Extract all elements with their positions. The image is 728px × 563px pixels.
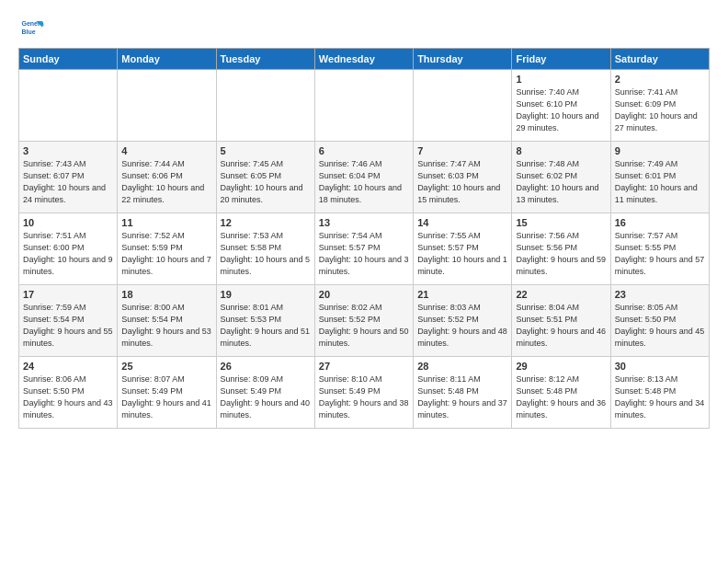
day-number: 15 <box>516 217 606 228</box>
day-number: 12 <box>221 217 311 228</box>
day-info: Sunrise: 8:12 AM Sunset: 5:48 PM Dayligh… <box>516 373 606 421</box>
day-number: 10 <box>23 217 113 228</box>
calendar-cell: 2Sunrise: 7:41 AM Sunset: 6:09 PM Daylig… <box>610 70 709 142</box>
day-info: Sunrise: 7:46 AM Sunset: 6:04 PM Dayligh… <box>319 158 409 206</box>
weekday-header-sunday: Sunday <box>19 49 118 70</box>
calendar-cell <box>118 70 216 142</box>
day-number: 5 <box>221 145 311 156</box>
weekday-header-saturday: Saturday <box>610 49 709 70</box>
day-info: Sunrise: 8:03 AM Sunset: 5:52 PM Dayligh… <box>417 302 507 350</box>
logo-icon: General Blue <box>18 15 44 40</box>
day-number: 9 <box>615 145 705 156</box>
day-number: 20 <box>319 289 409 300</box>
day-info: Sunrise: 7:56 AM Sunset: 5:56 PM Dayligh… <box>516 230 606 278</box>
day-info: Sunrise: 7:52 AM Sunset: 5:59 PM Dayligh… <box>121 230 211 278</box>
weekday-header-row: SundayMondayTuesdayWednesdayThursdayFrid… <box>19 49 710 70</box>
calendar-cell: 20Sunrise: 8:02 AM Sunset: 5:52 PM Dayli… <box>314 285 413 357</box>
calendar-table: SundayMondayTuesdayWednesdayThursdayFrid… <box>18 48 710 429</box>
day-number: 25 <box>121 361 211 372</box>
day-number: 27 <box>319 361 409 372</box>
calendar-cell: 3Sunrise: 7:43 AM Sunset: 6:07 PM Daylig… <box>19 142 118 213</box>
calendar-week-2: 3Sunrise: 7:43 AM Sunset: 6:07 PM Daylig… <box>19 142 710 213</box>
calendar-cell: 15Sunrise: 7:56 AM Sunset: 5:56 PM Dayli… <box>512 213 610 285</box>
day-number: 14 <box>417 217 507 228</box>
calendar-week-1: 1Sunrise: 7:40 AM Sunset: 6:10 PM Daylig… <box>19 70 710 142</box>
weekday-header-wednesday: Wednesday <box>314 49 413 70</box>
calendar-cell: 16Sunrise: 7:57 AM Sunset: 5:55 PM Dayli… <box>610 213 709 285</box>
page-header: General Blue <box>18 15 710 40</box>
calendar-cell: 6Sunrise: 7:46 AM Sunset: 6:04 PM Daylig… <box>314 142 413 213</box>
day-info: Sunrise: 8:07 AM Sunset: 5:49 PM Dayligh… <box>121 373 211 421</box>
day-number: 30 <box>615 361 705 372</box>
calendar-cell: 22Sunrise: 8:04 AM Sunset: 5:51 PM Dayli… <box>512 285 610 357</box>
weekday-header-monday: Monday <box>118 49 216 70</box>
calendar-cell: 1Sunrise: 7:40 AM Sunset: 6:10 PM Daylig… <box>512 70 610 142</box>
calendar-cell: 21Sunrise: 8:03 AM Sunset: 5:52 PM Dayli… <box>414 285 512 357</box>
calendar-cell: 24Sunrise: 8:06 AM Sunset: 5:50 PM Dayli… <box>19 357 118 429</box>
day-number: 29 <box>516 361 606 372</box>
day-info: Sunrise: 7:43 AM Sunset: 6:07 PM Dayligh… <box>23 158 113 206</box>
calendar-cell: 19Sunrise: 8:01 AM Sunset: 5:53 PM Dayli… <box>216 285 314 357</box>
day-number: 17 <box>23 289 113 300</box>
calendar-cell: 5Sunrise: 7:45 AM Sunset: 6:05 PM Daylig… <box>216 142 314 213</box>
day-info: Sunrise: 7:47 AM Sunset: 6:03 PM Dayligh… <box>417 158 507 206</box>
day-info: Sunrise: 7:41 AM Sunset: 6:09 PM Dayligh… <box>615 86 705 134</box>
day-info: Sunrise: 8:01 AM Sunset: 5:53 PM Dayligh… <box>221 302 311 350</box>
day-info: Sunrise: 8:13 AM Sunset: 5:48 PM Dayligh… <box>615 373 705 421</box>
calendar-cell: 4Sunrise: 7:44 AM Sunset: 6:06 PM Daylig… <box>118 142 216 213</box>
day-info: Sunrise: 7:44 AM Sunset: 6:06 PM Dayligh… <box>121 158 211 206</box>
calendar-cell: 11Sunrise: 7:52 AM Sunset: 5:59 PM Dayli… <box>118 213 216 285</box>
day-info: Sunrise: 7:59 AM Sunset: 5:54 PM Dayligh… <box>23 302 113 350</box>
day-info: Sunrise: 8:10 AM Sunset: 5:49 PM Dayligh… <box>319 373 409 421</box>
calendar-cell: 25Sunrise: 8:07 AM Sunset: 5:49 PM Dayli… <box>118 357 216 429</box>
svg-text:Blue: Blue <box>22 29 36 35</box>
weekday-header-thursday: Thursday <box>414 49 512 70</box>
day-number: 28 <box>417 361 507 372</box>
day-info: Sunrise: 7:53 AM Sunset: 5:58 PM Dayligh… <box>221 230 311 278</box>
day-info: Sunrise: 8:09 AM Sunset: 5:49 PM Dayligh… <box>221 373 311 421</box>
weekday-header-tuesday: Tuesday <box>216 49 314 70</box>
day-info: Sunrise: 7:51 AM Sunset: 6:00 PM Dayligh… <box>23 230 113 278</box>
logo: General Blue <box>18 15 48 40</box>
calendar-cell: 14Sunrise: 7:55 AM Sunset: 5:57 PM Dayli… <box>414 213 512 285</box>
calendar-week-3: 10Sunrise: 7:51 AM Sunset: 6:00 PM Dayli… <box>19 213 710 285</box>
day-info: Sunrise: 8:02 AM Sunset: 5:52 PM Dayligh… <box>319 302 409 350</box>
day-number: 11 <box>121 217 211 228</box>
day-info: Sunrise: 7:57 AM Sunset: 5:55 PM Dayligh… <box>615 230 705 278</box>
day-info: Sunrise: 7:40 AM Sunset: 6:10 PM Dayligh… <box>516 86 606 134</box>
day-info: Sunrise: 7:49 AM Sunset: 6:01 PM Dayligh… <box>615 158 705 206</box>
calendar-cell <box>414 70 512 142</box>
day-number: 19 <box>221 289 311 300</box>
day-info: Sunrise: 8:06 AM Sunset: 5:50 PM Dayligh… <box>23 373 113 421</box>
day-number: 13 <box>319 217 409 228</box>
day-number: 4 <box>121 145 211 156</box>
weekday-header-friday: Friday <box>512 49 610 70</box>
calendar-cell: 17Sunrise: 7:59 AM Sunset: 5:54 PM Dayli… <box>19 285 118 357</box>
calendar-cell: 12Sunrise: 7:53 AM Sunset: 5:58 PM Dayli… <box>216 213 314 285</box>
day-number: 2 <box>615 74 705 85</box>
day-number: 18 <box>121 289 211 300</box>
day-number: 7 <box>417 145 507 156</box>
day-number: 24 <box>23 361 113 372</box>
calendar-cell: 9Sunrise: 7:49 AM Sunset: 6:01 PM Daylig… <box>610 142 709 213</box>
day-info: Sunrise: 7:54 AM Sunset: 5:57 PM Dayligh… <box>319 230 409 278</box>
calendar-cell: 29Sunrise: 8:12 AM Sunset: 5:48 PM Dayli… <box>512 357 610 429</box>
day-info: Sunrise: 7:45 AM Sunset: 6:05 PM Dayligh… <box>221 158 311 206</box>
calendar-cell <box>19 70 118 142</box>
calendar-cell <box>314 70 413 142</box>
day-info: Sunrise: 7:48 AM Sunset: 6:02 PM Dayligh… <box>516 158 606 206</box>
day-number: 16 <box>615 217 705 228</box>
calendar-cell: 7Sunrise: 7:47 AM Sunset: 6:03 PM Daylig… <box>414 142 512 213</box>
day-number: 22 <box>516 289 606 300</box>
calendar-cell: 27Sunrise: 8:10 AM Sunset: 5:49 PM Dayli… <box>314 357 413 429</box>
calendar-cell <box>216 70 314 142</box>
day-info: Sunrise: 8:05 AM Sunset: 5:50 PM Dayligh… <box>615 302 705 350</box>
calendar-cell: 26Sunrise: 8:09 AM Sunset: 5:49 PM Dayli… <box>216 357 314 429</box>
calendar-cell: 13Sunrise: 7:54 AM Sunset: 5:57 PM Dayli… <box>314 213 413 285</box>
calendar-cell: 18Sunrise: 8:00 AM Sunset: 5:54 PM Dayli… <box>118 285 216 357</box>
calendar-cell: 8Sunrise: 7:48 AM Sunset: 6:02 PM Daylig… <box>512 142 610 213</box>
calendar-cell: 10Sunrise: 7:51 AM Sunset: 6:00 PM Dayli… <box>19 213 118 285</box>
calendar-cell: 30Sunrise: 8:13 AM Sunset: 5:48 PM Dayli… <box>610 357 709 429</box>
day-number: 8 <box>516 145 606 156</box>
day-number: 3 <box>23 145 113 156</box>
